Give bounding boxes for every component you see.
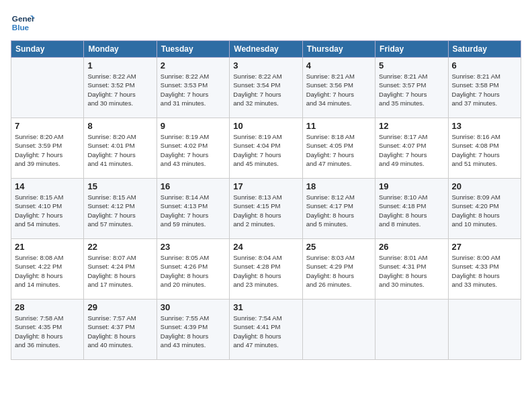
calendar-cell: 25Sunrise: 8:03 AMSunset: 4:29 PMDayligh… bbox=[302, 239, 375, 300]
day-info: Sunrise: 8:20 AMSunset: 3:59 PMDaylight:… bbox=[15, 132, 80, 168]
calendar-week-5: 28Sunrise: 7:58 AMSunset: 4:35 PMDayligh… bbox=[11, 300, 521, 360]
day-number: 29 bbox=[87, 302, 152, 312]
day-info: Sunrise: 7:57 AMSunset: 4:37 PMDaylight:… bbox=[87, 314, 152, 349]
day-info: Sunrise: 8:01 AMSunset: 4:31 PMDaylight:… bbox=[379, 253, 444, 289]
day-info: Sunrise: 7:58 AMSunset: 4:35 PMDaylight:… bbox=[15, 314, 80, 349]
day-info: Sunrise: 8:19 AMSunset: 4:02 PMDaylight:… bbox=[161, 132, 226, 168]
day-info: Sunrise: 8:03 AMSunset: 4:29 PMDaylight:… bbox=[306, 253, 371, 289]
day-info: Sunrise: 8:13 AMSunset: 4:15 PMDaylight:… bbox=[233, 193, 298, 228]
calendar-cell: 6Sunrise: 8:21 AMSunset: 3:58 PMDaylight… bbox=[448, 58, 521, 118]
calendar-cell: 12Sunrise: 8:17 AMSunset: 4:07 PMDayligh… bbox=[375, 118, 448, 179]
day-info: Sunrise: 8:22 AMSunset: 3:53 PMDaylight:… bbox=[161, 72, 226, 107]
calendar-cell: 23Sunrise: 8:05 AMSunset: 4:26 PMDayligh… bbox=[157, 239, 229, 300]
day-info: Sunrise: 8:07 AMSunset: 4:24 PMDaylight:… bbox=[87, 253, 152, 289]
calendar-cell: 24Sunrise: 8:04 AMSunset: 4:28 PMDayligh… bbox=[230, 239, 302, 300]
day-header-thursday: Thursday bbox=[302, 41, 375, 58]
calendar-cell: 16Sunrise: 8:14 AMSunset: 4:13 PMDayligh… bbox=[157, 179, 229, 239]
day-number: 4 bbox=[306, 60, 371, 71]
day-info: Sunrise: 8:15 AMSunset: 4:10 PMDaylight:… bbox=[15, 193, 80, 228]
day-info: Sunrise: 8:19 AMSunset: 4:04 PMDaylight:… bbox=[233, 132, 298, 168]
day-number: 25 bbox=[306, 242, 371, 252]
calendar-week-2: 7Sunrise: 8:20 AMSunset: 3:59 PMDaylight… bbox=[11, 118, 521, 179]
day-info: Sunrise: 8:05 AMSunset: 4:26 PMDaylight:… bbox=[161, 253, 226, 289]
calendar-cell: 20Sunrise: 8:09 AMSunset: 4:20 PMDayligh… bbox=[448, 179, 521, 239]
day-number: 20 bbox=[452, 181, 517, 191]
day-info: Sunrise: 8:00 AMSunset: 4:33 PMDaylight:… bbox=[452, 253, 517, 289]
day-info: Sunrise: 8:22 AMSunset: 3:54 PMDaylight:… bbox=[233, 72, 298, 107]
day-header-wednesday: Wednesday bbox=[230, 41, 302, 58]
calendar-cell: 4Sunrise: 8:21 AMSunset: 3:56 PMDaylight… bbox=[302, 58, 375, 118]
calendar-cell bbox=[11, 58, 84, 118]
day-info: Sunrise: 7:54 AMSunset: 4:41 PMDaylight:… bbox=[233, 314, 298, 349]
day-header-monday: Monday bbox=[84, 41, 157, 58]
day-info: Sunrise: 8:22 AMSunset: 3:52 PMDaylight:… bbox=[87, 72, 152, 107]
day-number: 27 bbox=[452, 242, 517, 252]
calendar-week-4: 21Sunrise: 8:08 AMSunset: 4:22 PMDayligh… bbox=[11, 239, 521, 300]
calendar-cell: 14Sunrise: 8:15 AMSunset: 4:10 PMDayligh… bbox=[11, 179, 84, 239]
day-number: 24 bbox=[233, 242, 298, 252]
day-header-sunday: Sunday bbox=[11, 41, 84, 58]
day-number: 10 bbox=[233, 121, 298, 131]
day-info: Sunrise: 8:10 AMSunset: 4:18 PMDaylight:… bbox=[379, 193, 444, 228]
day-number: 19 bbox=[379, 181, 444, 191]
day-info: Sunrise: 8:14 AMSunset: 4:13 PMDaylight:… bbox=[161, 193, 226, 228]
day-info: Sunrise: 8:21 AMSunset: 3:56 PMDaylight:… bbox=[306, 72, 371, 107]
day-number: 5 bbox=[379, 60, 444, 71]
day-number: 2 bbox=[161, 60, 226, 71]
day-number: 26 bbox=[379, 242, 444, 252]
day-info: Sunrise: 8:04 AMSunset: 4:28 PMDaylight:… bbox=[233, 253, 298, 289]
calendar-cell: 28Sunrise: 7:58 AMSunset: 4:35 PMDayligh… bbox=[11, 300, 84, 360]
day-number: 17 bbox=[233, 181, 298, 191]
day-number: 18 bbox=[306, 181, 371, 191]
day-info: Sunrise: 8:16 AMSunset: 4:08 PMDaylight:… bbox=[452, 132, 517, 168]
day-number: 16 bbox=[161, 181, 226, 191]
day-number: 30 bbox=[161, 302, 226, 312]
day-header-friday: Friday bbox=[375, 41, 448, 58]
calendar-cell: 22Sunrise: 8:07 AMSunset: 4:24 PMDayligh… bbox=[84, 239, 157, 300]
logo-icon: General Blue bbox=[11, 11, 35, 35]
day-number: 21 bbox=[15, 242, 80, 252]
calendar-cell bbox=[375, 300, 448, 360]
calendar-cell: 29Sunrise: 7:57 AMSunset: 4:37 PMDayligh… bbox=[84, 300, 157, 360]
calendar-cell bbox=[302, 300, 375, 360]
day-info: Sunrise: 8:12 AMSunset: 4:17 PMDaylight:… bbox=[306, 193, 371, 228]
calendar-cell: 26Sunrise: 8:01 AMSunset: 4:31 PMDayligh… bbox=[375, 239, 448, 300]
calendar-cell: 3Sunrise: 8:22 AMSunset: 3:54 PMDaylight… bbox=[230, 58, 302, 118]
day-number: 12 bbox=[379, 121, 444, 131]
day-info: Sunrise: 8:15 AMSunset: 4:12 PMDaylight:… bbox=[87, 193, 152, 228]
calendar-cell: 13Sunrise: 8:16 AMSunset: 4:08 PMDayligh… bbox=[448, 118, 521, 179]
day-number: 28 bbox=[15, 302, 80, 312]
calendar-cell bbox=[448, 300, 521, 360]
day-info: Sunrise: 8:09 AMSunset: 4:20 PMDaylight:… bbox=[452, 193, 517, 228]
calendar-cell: 15Sunrise: 8:15 AMSunset: 4:12 PMDayligh… bbox=[84, 179, 157, 239]
day-number: 31 bbox=[233, 302, 298, 312]
day-info: Sunrise: 8:20 AMSunset: 4:01 PMDaylight:… bbox=[87, 132, 152, 168]
logo: General Blue bbox=[11, 11, 35, 35]
calendar-cell: 8Sunrise: 8:20 AMSunset: 4:01 PMDaylight… bbox=[84, 118, 157, 179]
calendar-week-1: 1Sunrise: 8:22 AMSunset: 3:52 PMDaylight… bbox=[11, 58, 521, 118]
calendar-cell: 7Sunrise: 8:20 AMSunset: 3:59 PMDaylight… bbox=[11, 118, 84, 179]
calendar-cell: 5Sunrise: 8:21 AMSunset: 3:57 PMDaylight… bbox=[375, 58, 448, 118]
day-number: 9 bbox=[161, 121, 226, 131]
day-number: 7 bbox=[15, 121, 80, 131]
calendar-cell: 1Sunrise: 8:22 AMSunset: 3:52 PMDaylight… bbox=[84, 58, 157, 118]
calendar-week-3: 14Sunrise: 8:15 AMSunset: 4:10 PMDayligh… bbox=[11, 179, 521, 239]
day-info: Sunrise: 8:21 AMSunset: 3:57 PMDaylight:… bbox=[379, 72, 444, 107]
calendar-cell: 17Sunrise: 8:13 AMSunset: 4:15 PMDayligh… bbox=[230, 179, 302, 239]
calendar-header: SundayMondayTuesdayWednesdayThursdayFrid… bbox=[11, 41, 521, 58]
day-number: 14 bbox=[15, 181, 80, 191]
calendar-cell: 2Sunrise: 8:22 AMSunset: 3:53 PMDaylight… bbox=[157, 58, 229, 118]
day-number: 6 bbox=[452, 60, 517, 71]
svg-text:General: General bbox=[12, 14, 35, 23]
day-number: 23 bbox=[161, 242, 226, 252]
calendar-cell: 18Sunrise: 8:12 AMSunset: 4:17 PMDayligh… bbox=[302, 179, 375, 239]
day-info: Sunrise: 7:55 AMSunset: 4:39 PMDaylight:… bbox=[161, 314, 226, 349]
day-info: Sunrise: 8:18 AMSunset: 4:05 PMDaylight:… bbox=[306, 132, 371, 168]
day-info: Sunrise: 8:08 AMSunset: 4:22 PMDaylight:… bbox=[15, 253, 80, 289]
calendar-cell: 31Sunrise: 7:54 AMSunset: 4:41 PMDayligh… bbox=[230, 300, 302, 360]
calendar-cell: 19Sunrise: 8:10 AMSunset: 4:18 PMDayligh… bbox=[375, 179, 448, 239]
day-info: Sunrise: 8:21 AMSunset: 3:58 PMDaylight:… bbox=[452, 72, 517, 107]
calendar-cell: 10Sunrise: 8:19 AMSunset: 4:04 PMDayligh… bbox=[230, 118, 302, 179]
page-header: General Blue bbox=[11, 11, 521, 35]
calendar-cell: 21Sunrise: 8:08 AMSunset: 4:22 PMDayligh… bbox=[11, 239, 84, 300]
